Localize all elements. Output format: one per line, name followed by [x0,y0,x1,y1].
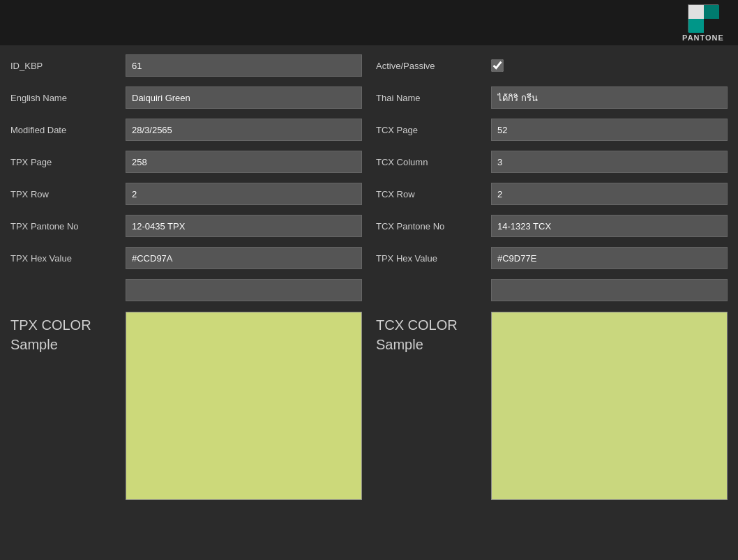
tcx-pantone-input[interactable] [491,215,728,237]
tpx-hex-input[interactable] [126,247,362,269]
logo-sq-teal [704,5,719,19]
tcx-column-input[interactable] [491,151,728,173]
tpx-page-label: TPX Page [10,157,126,167]
tcx-column-label: TCX Column [376,157,491,167]
tcx-color-sample-label: TCX COLOR Sample [376,312,491,354]
tcx-color-sample-box [491,312,728,500]
tpx-row-row: TPX Row [10,181,362,207]
tpx-color-sample-box [126,312,362,500]
logo-squares [688,4,718,32]
pantone-logo-text: PANTONE [682,33,724,42]
thai-name-label: Thai Name [376,93,491,103]
tpx-page-row: TPX Page [10,149,362,175]
tpx-hex-label: TPX Hex Value [10,253,126,264]
main-content: ▶ ID_KBP English Name Modified Date TPX … [0,45,738,507]
active-passive-checkbox[interactable] [491,59,504,72]
id-kbp-row: ID_KBP [10,52,362,79]
tcx-pantone-row: TCX Pantone No [376,213,728,239]
english-name-label: English Name [10,93,126,103]
tpx-pantone-row: TPX Pantone No [10,213,362,239]
left-section: ID_KBP English Name Modified Date TPX Pa… [10,52,362,500]
form-grid: ID_KBP English Name Modified Date TPX Pa… [10,52,728,500]
id-kbp-input[interactable] [126,54,362,77]
english-name-row: English Name [10,84,362,111]
tcx-color-preview-box [491,279,728,301]
id-kbp-label: ID_KBP [10,61,126,71]
tcx-row-label: TCX Row [376,189,491,199]
active-passive-row: Active/Passive [376,52,728,79]
english-name-input[interactable] [126,86,362,109]
tcx-page-label: TCX Page [376,125,491,135]
tpx-pantone-input[interactable] [126,215,362,237]
tcx-row-input[interactable] [491,183,728,205]
tcx-hex-label: TPX Hex Value [376,253,491,264]
header: PANTONE [0,0,738,45]
thai-name-row: Thai Name [376,84,728,111]
tcx-page-input[interactable] [491,119,728,141]
tpx-row-input[interactable] [126,183,362,205]
tpx-page-input[interactable] [126,151,362,173]
modified-date-label: Modified Date [10,125,126,135]
tcx-column-row: TCX Column [376,149,728,175]
tpx-pantone-label: TPX Pantone No [10,221,126,232]
tcx-hex-row: TPX Hex Value [376,245,728,271]
tpx-color-preview-box [126,279,362,301]
modified-date-row: Modified Date [10,116,362,143]
tpx-row-label: TPX Row [10,189,126,199]
tcx-hex-input[interactable] [491,247,728,269]
logo-sq-white [688,5,704,19]
tcx-color-preview-row [376,277,728,303]
tcx-page-row: TCX Page [376,116,728,143]
tpx-color-sample-label: TPX COLOR Sample [10,312,126,354]
modified-date-input[interactable] [126,119,362,141]
tpx-hex-row: TPX Hex Value [10,245,362,271]
thai-name-input[interactable] [491,86,728,109]
tcx-color-sample-section: TCX COLOR Sample [376,312,728,500]
right-section: Active/Passive Thai Name TCX Page TCX Co… [376,52,728,500]
tpx-color-preview-row [10,277,362,303]
tcx-row-row: TCX Row [376,181,728,207]
pantone-logo: PANTONE [675,3,731,42]
tcx-pantone-label: TCX Pantone No [376,221,491,232]
tpx-color-sample-section: TPX COLOR Sample [10,312,362,500]
active-passive-label: Active/Passive [376,61,491,71]
logo-sq-dark [704,19,719,33]
logo-sq-teal2 [688,19,704,33]
